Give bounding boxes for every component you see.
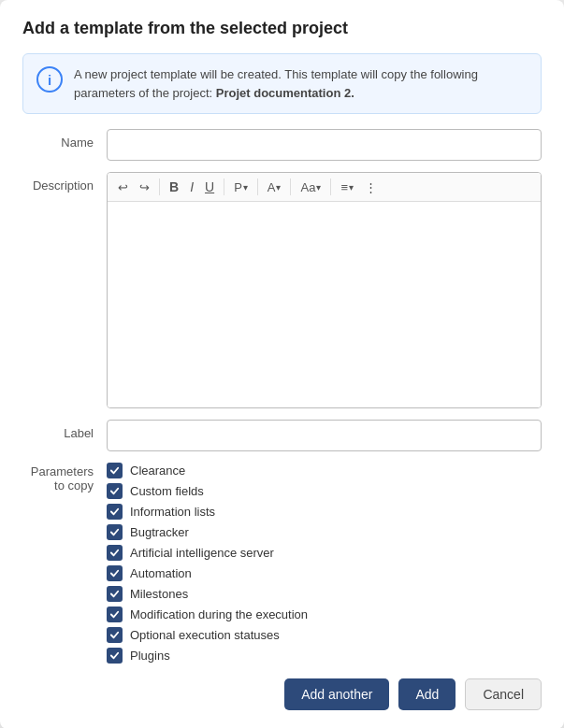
checkbox-label-automation: Automation xyxy=(130,566,192,580)
paragraph-button[interactable]: P▾ xyxy=(229,178,253,197)
add-button[interactable]: Add xyxy=(398,678,456,710)
checkbox-milestones[interactable] xyxy=(107,586,123,602)
toolbar-separator-4 xyxy=(290,178,291,195)
more-button[interactable]: ⋮ xyxy=(360,178,382,197)
checkbox-clearance[interactable] xyxy=(107,463,123,478)
info-box: i A new project template will be created… xyxy=(22,53,542,114)
checkbox-optional-execution[interactable] xyxy=(107,627,123,643)
checkbox-ai-server[interactable] xyxy=(107,545,123,561)
checkbox-label-information-lists: Information lists xyxy=(130,505,215,519)
description-editor-wrapper: ↩ ↪ B I U P▾ xyxy=(107,172,542,408)
underline-button[interactable]: U xyxy=(200,177,219,197)
description-row: Description ↩ ↪ B I U xyxy=(22,172,542,408)
checkbox-modification-execution[interactable] xyxy=(107,607,123,622)
name-row: Name xyxy=(22,129,542,161)
toolbar-separator-3 xyxy=(257,178,258,195)
checkbox-row: Information lists xyxy=(107,504,542,520)
italic-button[interactable]: I xyxy=(185,177,198,197)
checkbox-plugins[interactable] xyxy=(107,648,123,664)
parameters-list: ClearanceCustom fieldsInformation listsB… xyxy=(107,463,542,664)
add-template-dialog: Add a template from the selected project… xyxy=(0,0,564,728)
undo-button[interactable]: ↩ xyxy=(113,178,133,197)
dialog-footer: Add another Add Cancel xyxy=(22,678,542,710)
checkbox-row: Milestones xyxy=(107,586,542,602)
checkbox-row: Plugins xyxy=(107,648,542,664)
label-row: Label xyxy=(22,420,542,451)
parameters-label: Parameters to copy xyxy=(22,463,107,492)
checkbox-row: Custom fields xyxy=(107,483,542,499)
checkbox-row: Bugtracker xyxy=(107,524,542,540)
checkbox-information-lists[interactable] xyxy=(107,504,123,520)
toolbar-separator-2 xyxy=(224,178,224,195)
toolbar-separator-5 xyxy=(330,178,331,195)
description-label: Description xyxy=(22,172,107,193)
checkbox-label-ai-server: Artificial intelligence server xyxy=(130,546,274,560)
font-color-button[interactable]: A▾ xyxy=(263,178,286,197)
name-label: Name xyxy=(22,129,107,150)
checkbox-label-bugtracker: Bugtracker xyxy=(130,525,189,539)
name-input[interactable] xyxy=(107,129,542,161)
redo-button[interactable]: ↪ xyxy=(135,178,154,197)
checkbox-label-milestones: Milestones xyxy=(130,587,188,601)
checkbox-label-plugins: Plugins xyxy=(130,649,170,663)
checkbox-bugtracker[interactable] xyxy=(107,524,123,540)
label-label: Label xyxy=(22,420,107,440)
toolbar-separator-1 xyxy=(159,178,160,195)
cancel-button[interactable]: Cancel xyxy=(465,678,542,710)
checkbox-label-modification-execution: Modification during the execution xyxy=(130,607,308,621)
checkbox-custom-fields[interactable] xyxy=(107,483,123,499)
parameters-row: Parameters to copy ClearanceCustom field… xyxy=(22,463,542,664)
checkbox-label-clearance: Clearance xyxy=(130,464,185,478)
list-button[interactable]: ≡▾ xyxy=(336,178,358,197)
checkbox-label-custom-fields: Custom fields xyxy=(130,484,204,498)
info-icon: i xyxy=(36,66,63,93)
description-input[interactable] xyxy=(108,202,541,407)
checkbox-row: Optional execution statuses xyxy=(107,627,542,643)
checkbox-row: Automation xyxy=(107,565,542,581)
checkbox-automation[interactable] xyxy=(107,565,123,581)
checkbox-row: Clearance xyxy=(107,463,542,478)
editor-toolbar: ↩ ↪ B I U P▾ xyxy=(108,173,541,202)
info-message: A new project template will be created. … xyxy=(74,65,528,102)
label-input[interactable] xyxy=(107,420,542,451)
bold-button[interactable]: B xyxy=(165,177,183,197)
checkbox-row: Artificial intelligence server xyxy=(107,545,542,561)
dialog-header: Add a template from the selected project xyxy=(0,0,564,53)
font-size-button[interactable]: Aa▾ xyxy=(296,178,325,197)
dialog-title: Add a template from the selected project xyxy=(22,19,542,38)
checkbox-row: Modification during the execution xyxy=(107,607,542,622)
checkbox-label-optional-execution: Optional execution statuses xyxy=(130,628,280,642)
add-another-button[interactable]: Add another xyxy=(284,678,389,710)
